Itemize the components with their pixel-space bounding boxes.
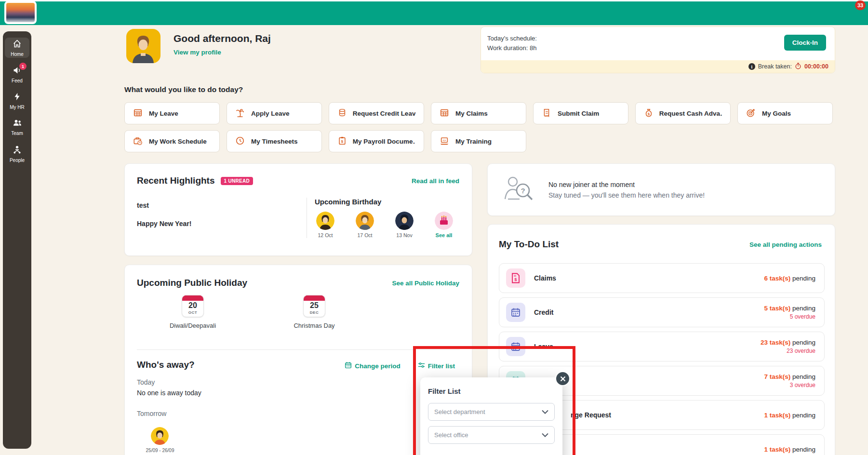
todo-row-credit[interactable]: Credit 5 task(s) pending5 overdue [499,297,825,327]
unread-badge: 1 UNREAD [221,177,254,185]
todo-row-claims[interactable]: $ Claims 6 task(s) pending [499,263,825,293]
stopwatch-icon [795,63,801,71]
see-all-pending-actions-link[interactable]: See all pending actions [749,241,822,248]
recent-highlights-card: Recent Highlights 1 UNREAD Read all in f… [124,163,472,256]
birthday-see-all-label[interactable]: See all [436,232,453,238]
sidebar-item-label: People [10,158,25,163]
info-icon: i [748,63,755,70]
my-leave-button[interactable]: My Leave [124,102,220,124]
my-claims-button[interactable]: My Claims [431,102,526,124]
birthday-date: 17 Oct [358,232,373,238]
birthday-entry[interactable]: 12 Oct [315,212,336,238]
filter-list-popup: Filter List Select department Select off… [420,377,562,455]
birthday-title: Upcoming Birthday [315,198,460,206]
away-date-range: 25/09 - 26/09 [136,448,184,453]
table-icon [440,108,449,119]
avatar [356,212,374,230]
my-work-schedule-button[interactable]: My Work Schedule [124,130,220,152]
select-office-dropdown[interactable]: Select office [428,426,555,444]
holiday-item: 20 OCT Diwali/Deepavali [152,295,234,329]
submit-claim-button[interactable]: Submit Claim [533,102,628,124]
my-goals-button[interactable]: My Goals [737,102,833,124]
todo-label: Claims [534,274,556,282]
schedule-line2: Work duration: 8h [487,44,536,52]
todo-row-leave[interactable]: Leave 23 task(s) pending23 overdue [499,332,825,361]
sidebar-item-people[interactable]: People [5,144,29,164]
highlight-posts: test Happy New Year! [137,198,307,238]
receipt-icon [542,108,551,119]
avatar [316,212,334,230]
sidebar-nav: Home Feed 1 My HR Team People [3,31,31,449]
highlight-post[interactable]: test [137,201,307,209]
org-icon [13,145,22,156]
holiday-item: 25 DEC Christmas Day [273,295,355,329]
break-strip: i Break taken: 00:00:00 [481,60,835,73]
filter-list-link[interactable]: Filter list [418,361,455,370]
todo-label: nge Request [571,411,611,419]
calendar-date-icon: 20 OCT [182,295,204,317]
holiday-name: Diwali/Deepavali [170,322,216,329]
sidebar-item-label: Team [11,131,23,136]
away-person-avatar[interactable] [151,427,169,445]
my-timesheets-button[interactable]: My Timesheets [227,130,322,152]
avatar [395,212,414,230]
sidebar-item-label: My HR [10,105,25,110]
quick-actions-title: What would you like to do today? [124,85,243,94]
away-today-text: No one is away today [137,389,201,397]
team-icon [13,119,22,129]
highlight-post[interactable]: Happy New Year! [137,220,307,228]
request-credit-leave-button[interactable]: Request Credit Leave [329,102,424,124]
away-today-label: Today [137,378,155,386]
user-avatar[interactable] [126,29,160,63]
see-all-public-holiday-link[interactable]: See all Public Holiday [392,280,459,287]
break-time: 00:00:00 [804,63,828,70]
sidebar-item-label: Home [11,52,24,57]
birthday-entry[interactable]: 17 Oct [354,212,375,238]
clock-in-button[interactable]: Clock-In [784,35,826,51]
target-icon [746,108,756,119]
sidebar-item-team[interactable]: Team [5,117,29,137]
hr-dashboard-page: Search employee Ctrl + K Pending Actions… [0,0,868,455]
pending-actions-count-badge: 33 [855,0,866,10]
change-period-link[interactable]: Change period [345,361,401,370]
joiner-line1: No new joiner at the moment [548,181,705,188]
claims-doc-icon: $ [506,268,525,288]
coins-icon [337,108,347,119]
svg-text:$: $ [648,111,650,116]
logo-image [6,3,35,22]
briefcase-clock-icon [133,136,143,147]
birthday-see-all[interactable]: See all [433,212,454,238]
person-search-icon: ? [502,174,534,206]
select-department-dropdown[interactable]: Select department [428,403,555,421]
sidebar-item-feed[interactable]: Feed 1 [5,64,29,84]
schedule-line1: Today's schedule: [487,35,537,42]
calendar-icon [345,361,352,370]
feed-unread-badge: 1 [19,63,27,70]
bolt-icon [13,92,21,103]
away-tomorrow-label: Tomorrow [137,410,166,417]
today-schedule-card: Today's schedule: Work duration: 8h Cloc… [481,27,835,73]
chevron-down-icon [542,431,548,439]
payroll-doc-icon: $ [337,136,347,147]
read-all-in-feed-link[interactable]: Read all in feed [412,177,459,185]
todo-label: Leave [534,343,553,350]
view-profile-link[interactable]: View my profile [174,49,221,56]
my-payroll-documents-button[interactable]: $ My Payroll Docume… [329,130,424,152]
calendar-icon [506,337,525,356]
filter-popup-title: Filter List [428,387,555,395]
request-cash-advance-button[interactable]: $ Request Cash Adva… [635,102,731,124]
calendar-date-icon: 25 DEC [303,295,325,317]
sidebar-item-home[interactable]: Home [5,38,29,58]
company-logo[interactable] [4,1,37,24]
svg-text:$: $ [514,277,517,282]
sidebar-item-my-hr[interactable]: My HR [5,91,29,111]
birthday-entry[interactable]: 13 Nov [394,212,415,238]
holiday-name: Christmas Day [294,322,334,329]
svg-text:?: ? [521,187,525,195]
close-icon[interactable] [555,371,570,386]
break-label: Break taken: [758,63,792,70]
apply-leave-button[interactable]: Apply Leave [227,102,322,124]
new-joiner-card: ? No new joiner at the moment Stay tuned… [487,163,835,216]
my-training-button[interactable]: <> My Training [431,130,526,152]
todo-label: Credit [534,308,553,316]
